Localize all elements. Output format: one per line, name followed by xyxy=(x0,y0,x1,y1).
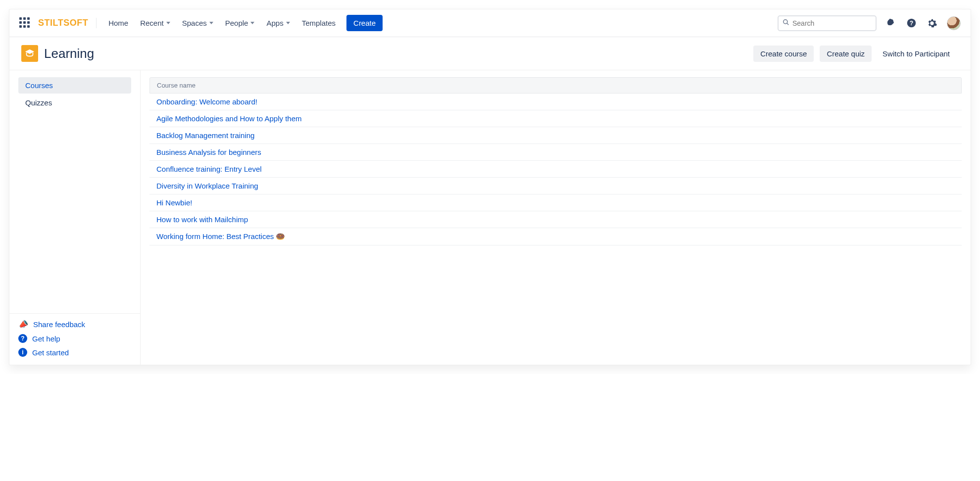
nav-links: Home Recent Spaces People Apps Templates xyxy=(103,16,341,30)
table-row: Diversity in Workplace Training xyxy=(149,178,962,194)
table-row: Business Analysis for beginners xyxy=(149,144,962,161)
nav-people-label: People xyxy=(225,19,248,27)
search-icon xyxy=(783,19,789,27)
top-nav: STILTSOFT Home Recent Spaces People Apps… xyxy=(9,9,971,37)
nav-templates-label: Templates xyxy=(302,19,336,27)
course-link[interactable]: Onboarding: Welcome aboard! xyxy=(156,97,257,106)
page-body: Courses Quizzes 📣 Share feedback ? Get h… xyxy=(9,70,971,365)
nav-recent[interactable]: Recent xyxy=(135,16,175,30)
learning-icon xyxy=(21,45,38,62)
page-actions: Create course Create quiz Switch to Part… xyxy=(753,46,955,62)
get-started-label: Get started xyxy=(32,348,69,357)
chevron-down-icon xyxy=(209,22,213,24)
table-row: Agile Methodologies and How to Apply the… xyxy=(149,110,962,127)
user-avatar[interactable] xyxy=(947,16,961,30)
nav-people[interactable]: People xyxy=(220,16,260,30)
table-row: Onboarding: Welcome aboard! xyxy=(149,94,962,110)
nav-templates[interactable]: Templates xyxy=(297,16,341,30)
tool-icons: ? xyxy=(884,16,961,30)
course-link[interactable]: Business Analysis for beginners xyxy=(156,148,261,156)
page-title: Learning xyxy=(44,46,94,61)
course-link[interactable]: Confluence training: Entry Level xyxy=(156,165,262,173)
svg-point-0 xyxy=(784,20,787,24)
app-switcher-icon[interactable] xyxy=(19,17,31,29)
get-help-link[interactable]: ? Get help xyxy=(18,334,131,343)
table-row: Confluence training: Entry Level xyxy=(149,161,962,178)
table-row: Working form Home: Best Practices 🍩 xyxy=(149,228,962,245)
course-link[interactable]: Hi Newbie! xyxy=(156,198,193,207)
create-course-button[interactable]: Create course xyxy=(753,46,814,62)
create-button[interactable]: Create xyxy=(346,15,383,31)
sidebar: Courses Quizzes 📣 Share feedback ? Get h… xyxy=(9,70,141,365)
course-link[interactable]: Agile Methodologies and How to Apply the… xyxy=(156,114,302,123)
settings-icon[interactable] xyxy=(926,17,938,29)
sidebar-items: Courses Quizzes xyxy=(9,77,140,313)
brand-logo[interactable]: STILTSOFT xyxy=(38,18,97,28)
get-help-label: Get help xyxy=(32,335,60,343)
nav-spaces[interactable]: Spaces xyxy=(177,16,218,30)
notifications-icon[interactable] xyxy=(884,17,896,29)
svg-text:?: ? xyxy=(909,20,913,27)
search-box[interactable] xyxy=(778,15,877,31)
course-link[interactable]: Backlog Management training xyxy=(156,131,254,140)
svg-line-1 xyxy=(787,23,789,25)
table-row: Backlog Management training xyxy=(149,127,962,144)
nav-home-label: Home xyxy=(108,19,128,27)
share-feedback-label: Share feedback xyxy=(33,320,85,329)
info-circle-icon: i xyxy=(18,348,27,357)
megaphone-icon: 📣 xyxy=(17,319,29,331)
table-header: Course name xyxy=(149,77,962,94)
sidebar-bottom: 📣 Share feedback ? Get help i Get starte… xyxy=(9,313,140,365)
get-started-link[interactable]: i Get started xyxy=(18,348,131,357)
chevron-down-icon xyxy=(250,22,254,24)
create-quiz-button[interactable]: Create quiz xyxy=(820,46,872,62)
sidebar-item-courses[interactable]: Courses xyxy=(18,77,131,94)
course-table: Course name Onboarding: Welcome aboard!A… xyxy=(149,77,962,245)
nav-home[interactable]: Home xyxy=(103,16,133,30)
help-icon[interactable]: ? xyxy=(905,17,917,29)
main-content: Course name Onboarding: Welcome aboard!A… xyxy=(141,70,971,365)
help-circle-icon: ? xyxy=(18,334,27,343)
share-feedback-link[interactable]: 📣 Share feedback xyxy=(18,320,131,329)
sidebar-item-quizzes[interactable]: Quizzes xyxy=(18,95,131,111)
switch-participant-link[interactable]: Switch to Participant xyxy=(878,46,955,62)
table-row: How to work with Mailchimp xyxy=(149,211,962,228)
nav-recent-label: Recent xyxy=(140,19,164,27)
nav-apps[interactable]: Apps xyxy=(261,16,294,30)
nav-spaces-label: Spaces xyxy=(182,19,207,27)
course-link[interactable]: Working form Home: Best Practices 🍩 xyxy=(156,232,285,240)
search-input[interactable] xyxy=(792,19,872,27)
table-row: Hi Newbie! xyxy=(149,194,962,211)
course-link[interactable]: Diversity in Workplace Training xyxy=(156,182,258,190)
page-header: Learning Create course Create quiz Switc… xyxy=(9,37,971,70)
nav-apps-label: Apps xyxy=(266,19,283,27)
chevron-down-icon xyxy=(286,22,290,24)
chevron-down-icon xyxy=(166,22,170,24)
course-link[interactable]: How to work with Mailchimp xyxy=(156,215,248,224)
